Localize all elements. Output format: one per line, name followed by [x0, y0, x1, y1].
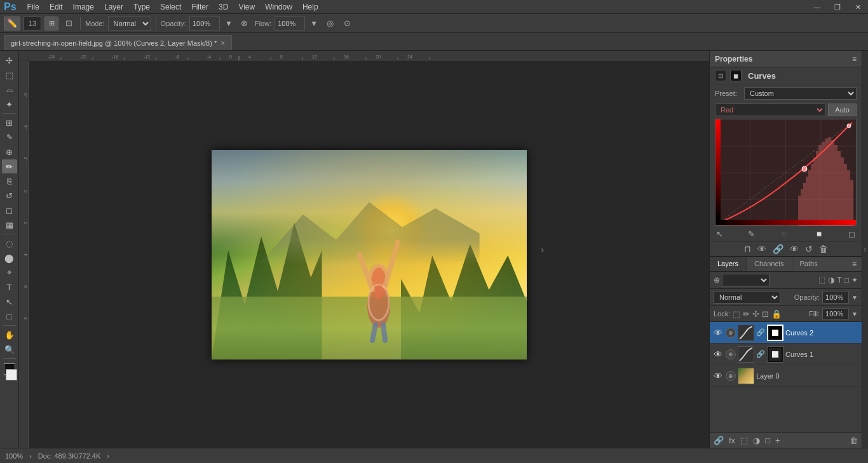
zoom-forward-icon[interactable]: ›: [29, 452, 32, 460]
document-tab[interactable]: girl-streching-in-open-field.jpg @ 100% …: [4, 35, 232, 50]
delete-layer-icon[interactable]: 🗑: [850, 436, 858, 445]
move-tool[interactable]: ✢: [2, 53, 17, 67]
path-selection-tool[interactable]: ↖: [2, 295, 17, 309]
panel-collapse-strip[interactable]: ›: [862, 51, 868, 448]
document-canvas[interactable]: [212, 150, 527, 359]
opacity-chevron[interactable]: ▼: [851, 294, 858, 301]
lock-paint-icon[interactable]: ✏: [743, 309, 750, 319]
layer-options-curves2[interactable]: ⊕: [726, 328, 736, 338]
menu-select[interactable]: Select: [156, 1, 186, 13]
layer-effects-icon[interactable]: fx: [729, 436, 735, 445]
brush-settings-icon[interactable]: ⊡: [62, 17, 76, 30]
flow-input[interactable]: [275, 17, 305, 30]
lock-position-icon[interactable]: ✢: [752, 309, 759, 319]
curves-eyedropper-white[interactable]: ◻: [848, 229, 855, 239]
curves-pointer-tool[interactable]: ↖: [716, 229, 723, 239]
curves-view-icon[interactable]: 👁: [790, 244, 799, 254]
layer-row-curves1[interactable]: 👁 ⊕ 🔗 Curves 1: [710, 344, 862, 365]
layer-options-curves1[interactable]: ⊕: [726, 349, 736, 359]
opacity-input[interactable]: [189, 17, 220, 30]
crop-tool[interactable]: ⊞: [2, 116, 17, 130]
hand-tool[interactable]: ✋: [2, 328, 17, 342]
menu-view[interactable]: View: [234, 1, 259, 13]
curves-eyedropper-black[interactable]: ◾: [779, 229, 789, 239]
curves-edit-tool[interactable]: ✎: [748, 229, 755, 239]
brush-preset-icon[interactable]: ⊞: [44, 17, 58, 30]
healing-tool[interactable]: ⊕: [2, 145, 17, 159]
curves-reset-icon[interactable]: ↺: [805, 244, 813, 254]
layer-row-layer0[interactable]: 👁 ⊕ Layer 0: [710, 365, 862, 387]
background-color[interactable]: [6, 369, 17, 380]
layer-row-curves2[interactable]: 👁 ⊕ 🔗 Curves 2: [710, 322, 862, 344]
lock-all-icon[interactable]: 🔒: [771, 309, 782, 319]
menu-file[interactable]: File: [23, 1, 44, 13]
menu-layer[interactable]: Layer: [100, 1, 128, 13]
fill-input[interactable]: [822, 308, 849, 319]
channel-select[interactable]: Red Green Blue RGB: [715, 104, 825, 116]
tab-layers[interactable]: Layers: [710, 257, 747, 271]
layer-options-layer0[interactable]: ⊕: [726, 371, 736, 381]
gradient-tool[interactable]: ▦: [2, 218, 17, 232]
shape-tool[interactable]: □: [2, 309, 17, 323]
menu-image[interactable]: Image: [69, 1, 98, 13]
menu-edit[interactable]: Edit: [45, 1, 67, 13]
smoothing-icon[interactable]: ◎: [323, 17, 337, 30]
menu-3d[interactable]: 3D: [214, 1, 233, 13]
filter-type-icon[interactable]: T: [837, 276, 841, 285]
close-button[interactable]: ✕: [848, 0, 868, 14]
tab-paths[interactable]: Paths: [792, 257, 825, 271]
layer-visibility-curves1[interactable]: 👁: [714, 349, 724, 359]
curves-visibility-icon[interactable]: 👁: [757, 244, 766, 254]
curves-clip-below[interactable]: ⊓: [744, 244, 751, 254]
group-layers-icon[interactable]: □: [765, 436, 770, 445]
opacity-toggle-icon[interactable]: ▼: [223, 18, 234, 29]
new-layer-icon[interactable]: +: [775, 436, 780, 445]
selection-tool[interactable]: ⬚: [2, 68, 17, 82]
lock-transparent-icon[interactable]: ⬚: [733, 309, 740, 319]
quick-select-tool[interactable]: ✦: [2, 97, 17, 111]
history-brush-tool[interactable]: ↺: [2, 189, 17, 203]
flow-toggle-icon[interactable]: ▼: [308, 18, 320, 29]
doc-info-arrow[interactable]: ›: [107, 452, 109, 460]
fill-chevron[interactable]: ▼: [851, 311, 858, 318]
preset-select[interactable]: Custom Default Strong Contrast: [744, 87, 857, 100]
menu-filter[interactable]: Filter: [187, 1, 213, 13]
filter-kind-select[interactable]: Kind: [722, 274, 770, 286]
eraser-tool[interactable]: ◻: [2, 203, 17, 217]
text-tool[interactable]: T: [2, 280, 17, 294]
filter-pixel-icon[interactable]: ⬚: [818, 276, 825, 285]
layer-visibility-curves2[interactable]: 👁: [714, 328, 724, 338]
blur-tool[interactable]: ◌: [2, 236, 17, 250]
minimize-button[interactable]: —: [807, 0, 827, 14]
mode-select[interactable]: Normal Multiply Screen: [108, 17, 151, 30]
menu-window[interactable]: Window: [261, 1, 297, 13]
curves-graph[interactable]: [715, 119, 857, 225]
tab-channels[interactable]: Channels: [747, 257, 792, 271]
opacity-layer-input[interactable]: [822, 291, 849, 304]
clone-tool[interactable]: ⎘: [2, 174, 17, 188]
curves-delete-icon[interactable]: 🗑: [819, 244, 828, 254]
curves-eyedropper-gray[interactable]: ◽: [814, 229, 824, 239]
tab-close-icon[interactable]: ×: [220, 39, 225, 48]
lock-artboard-icon[interactable]: ⊡: [762, 309, 769, 319]
curves-link-icon[interactable]: 🔗: [773, 244, 783, 254]
maximize-button[interactable]: ❐: [827, 0, 848, 14]
pen-tool[interactable]: ⌖: [2, 265, 17, 279]
layers-panel-menu[interactable]: ≡: [847, 257, 862, 271]
link-layers-icon[interactable]: 🔗: [714, 436, 724, 445]
collapse-right-panel[interactable]: ›: [541, 245, 544, 255]
filter-shape-icon[interactable]: □: [844, 276, 849, 285]
eyedropper-tool[interactable]: ✎: [2, 130, 17, 144]
airbrush-icon[interactable]: ⊗: [238, 17, 252, 30]
add-mask-icon[interactable]: ⬚: [740, 436, 748, 445]
lasso-tool[interactable]: ⌓: [2, 83, 17, 97]
filter-smart-icon[interactable]: ✦: [851, 276, 858, 285]
adjustment-layer-icon[interactable]: ◑: [753, 436, 760, 445]
zoom-tool[interactable]: 🔍: [2, 342, 17, 356]
brush-tool[interactable]: ✏: [2, 159, 17, 173]
filter-adjust-icon[interactable]: ◑: [828, 276, 834, 285]
blend-mode-select[interactable]: Normal Multiply Screen: [714, 291, 780, 304]
angle-icon[interactable]: ⊙: [340, 17, 354, 30]
properties-options-icon[interactable]: ≡: [852, 55, 857, 64]
brush-tool-icon[interactable]: ✏️: [4, 17, 20, 30]
